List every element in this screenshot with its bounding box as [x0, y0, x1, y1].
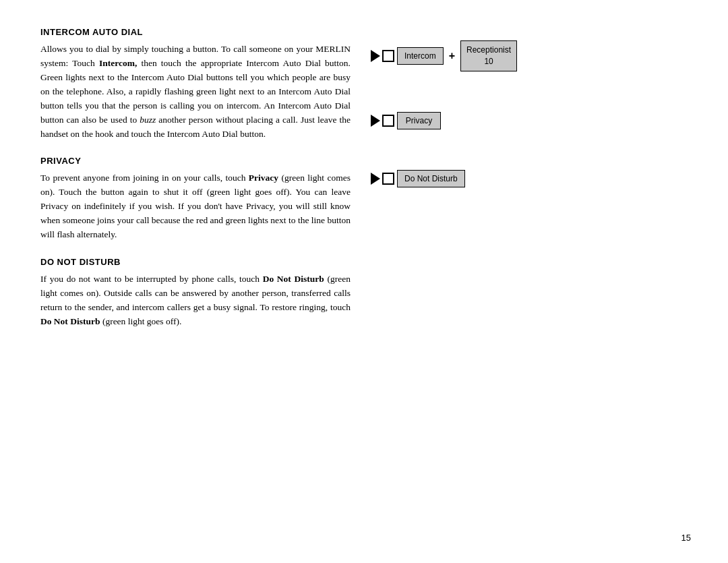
btn-privacy[interactable]: Privacy: [397, 112, 441, 129]
btn-dnd[interactable]: Do Not Disturb: [397, 170, 465, 187]
section-title-dnd: DO NOT DISTURB: [40, 257, 351, 267]
section-title-privacy: PRIVACY: [40, 156, 351, 166]
section-body-dnd: If you do not want to be interrupted by …: [40, 272, 351, 329]
left-column: INTERCOM AUTO DIAL Allows you to dial by…: [40, 27, 371, 536]
page-container: INTERCOM AUTO DIAL Allows you to dial by…: [0, 0, 728, 563]
diagram-intercom: Intercom + Receptionist10: [371, 40, 517, 71]
plus-sign: +: [449, 50, 455, 62]
indicator-privacy: [371, 115, 394, 127]
section-do-not-disturb: DO NOT DISTURB If you do not want to be …: [40, 257, 351, 329]
section-body-intercom: Allows you to dial by simply touching a …: [40, 42, 351, 141]
indicator-dnd: [371, 173, 394, 185]
triangle-icon-3: [371, 173, 380, 185]
right-column: Intercom + Receptionist10 Privacy Do Not…: [371, 27, 694, 536]
square-icon: [382, 50, 394, 62]
btn-receptionist[interactable]: Receptionist10: [460, 40, 517, 71]
square-icon-3: [382, 173, 394, 185]
diagram-privacy: Privacy: [371, 112, 441, 129]
btn-intercom[interactable]: Intercom: [397, 47, 444, 65]
section-privacy: PRIVACY To prevent anyone from joining i…: [40, 156, 351, 242]
diagram-dnd: Do Not Disturb: [371, 170, 465, 187]
section-body-privacy: To prevent anyone from joining in on you…: [40, 171, 351, 242]
triangle-icon: [371, 50, 380, 62]
square-icon-2: [382, 115, 394, 127]
indicator-intercom: [371, 50, 394, 62]
section-intercom-auto-dial: INTERCOM AUTO DIAL Allows you to dial by…: [40, 27, 351, 141]
section-title-intercom: INTERCOM AUTO DIAL: [40, 27, 351, 37]
page-number: 15: [681, 533, 691, 543]
triangle-icon-2: [371, 115, 380, 127]
